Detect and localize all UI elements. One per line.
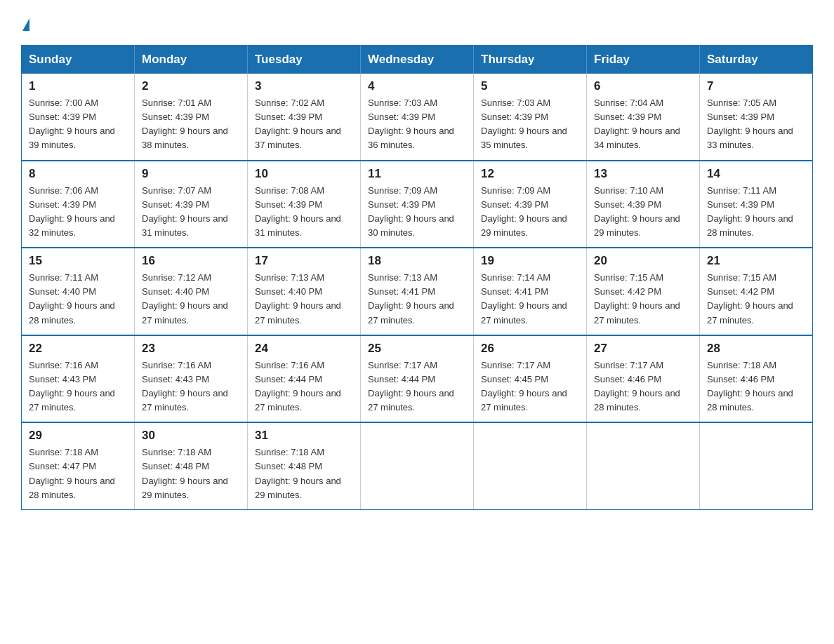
day-info: Sunrise: 7:16 AMSunset: 4:43 PMDaylight:… <box>142 360 228 412</box>
day-number: 10 <box>255 167 353 181</box>
week-row-2: 8 Sunrise: 7:06 AMSunset: 4:39 PMDayligh… <box>22 161 813 248</box>
day-number: 7 <box>707 79 805 93</box>
day-number: 29 <box>29 429 127 443</box>
day-number: 18 <box>368 254 466 268</box>
day-info: Sunrise: 7:18 AMSunset: 4:48 PMDaylight:… <box>142 447 228 499</box>
calendar-cell: 6 Sunrise: 7:04 AMSunset: 4:39 PMDayligh… <box>587 74 700 161</box>
day-number: 2 <box>142 79 240 93</box>
day-number: 16 <box>142 254 240 268</box>
day-info: Sunrise: 7:13 AMSunset: 4:40 PMDaylight:… <box>255 272 341 325</box>
day-number: 9 <box>142 167 240 181</box>
day-number: 8 <box>29 167 127 181</box>
calendar-cell: 31 Sunrise: 7:18 AMSunset: 4:48 PMDaylig… <box>248 422 361 509</box>
calendar-cell: 9 Sunrise: 7:07 AMSunset: 4:39 PMDayligh… <box>135 161 248 248</box>
day-number: 24 <box>255 342 353 356</box>
day-info: Sunrise: 7:09 AMSunset: 4:39 PMDaylight:… <box>481 185 567 238</box>
day-number: 20 <box>594 254 692 268</box>
day-info: Sunrise: 7:17 AMSunset: 4:46 PMDaylight:… <box>594 360 680 412</box>
calendar-cell: 18 Sunrise: 7:13 AMSunset: 4:41 PMDaylig… <box>361 248 474 335</box>
day-number: 27 <box>594 342 692 356</box>
calendar-cell: 28 Sunrise: 7:18 AMSunset: 4:46 PMDaylig… <box>700 335 813 423</box>
calendar-cell: 4 Sunrise: 7:03 AMSunset: 4:39 PMDayligh… <box>361 74 474 161</box>
day-number: 14 <box>707 167 805 181</box>
calendar-body: 1 Sunrise: 7:00 AMSunset: 4:39 PMDayligh… <box>22 74 813 509</box>
day-number: 1 <box>29 79 127 93</box>
calendar-cell: 27 Sunrise: 7:17 AMSunset: 4:46 PMDaylig… <box>587 335 700 423</box>
calendar-cell: 13 Sunrise: 7:10 AMSunset: 4:39 PMDaylig… <box>587 161 700 248</box>
day-info: Sunrise: 7:04 AMSunset: 4:39 PMDaylight:… <box>594 98 680 150</box>
calendar-cell: 26 Sunrise: 7:17 AMSunset: 4:45 PMDaylig… <box>474 335 587 423</box>
day-info: Sunrise: 7:15 AMSunset: 4:42 PMDaylight:… <box>707 272 793 325</box>
weekday-header-sunday: Sunday <box>22 46 135 74</box>
day-info: Sunrise: 7:08 AMSunset: 4:39 PMDaylight:… <box>255 185 341 238</box>
calendar-cell: 19 Sunrise: 7:14 AMSunset: 4:41 PMDaylig… <box>474 248 587 335</box>
calendar-cell: 25 Sunrise: 7:17 AMSunset: 4:44 PMDaylig… <box>361 335 474 423</box>
weekday-header-row: SundayMondayTuesdayWednesdayThursdayFrid… <box>22 46 813 74</box>
weekday-header-tuesday: Tuesday <box>248 46 361 74</box>
day-info: Sunrise: 7:18 AMSunset: 4:46 PMDaylight:… <box>707 360 793 412</box>
day-info: Sunrise: 7:01 AMSunset: 4:39 PMDaylight:… <box>142 98 228 150</box>
day-number: 3 <box>255 79 353 93</box>
day-number: 25 <box>368 342 466 356</box>
day-info: Sunrise: 7:18 AMSunset: 4:47 PMDaylight:… <box>29 447 115 499</box>
day-info: Sunrise: 7:11 AMSunset: 4:40 PMDaylight:… <box>29 272 115 325</box>
calendar-cell <box>587 422 700 509</box>
day-number: 17 <box>255 254 353 268</box>
day-info: Sunrise: 7:11 AMSunset: 4:39 PMDaylight:… <box>707 185 793 238</box>
day-number: 12 <box>481 167 579 181</box>
calendar-cell: 11 Sunrise: 7:09 AMSunset: 4:39 PMDaylig… <box>361 161 474 248</box>
day-info: Sunrise: 7:17 AMSunset: 4:45 PMDaylight:… <box>481 360 567 412</box>
calendar-cell: 14 Sunrise: 7:11 AMSunset: 4:39 PMDaylig… <box>700 161 813 248</box>
logo-triangle-icon <box>22 18 29 31</box>
calendar-cell <box>700 422 813 509</box>
day-number: 23 <box>142 342 240 356</box>
day-info: Sunrise: 7:10 AMSunset: 4:39 PMDaylight:… <box>594 185 680 238</box>
calendar-table: SundayMondayTuesdayWednesdayThursdayFrid… <box>21 45 813 510</box>
day-info: Sunrise: 7:02 AMSunset: 4:39 PMDaylight:… <box>255 98 341 150</box>
weekday-header-friday: Friday <box>587 46 700 74</box>
calendar-cell: 23 Sunrise: 7:16 AMSunset: 4:43 PMDaylig… <box>135 335 248 423</box>
day-info: Sunrise: 7:15 AMSunset: 4:42 PMDaylight:… <box>594 272 680 325</box>
week-row-1: 1 Sunrise: 7:00 AMSunset: 4:39 PMDayligh… <box>22 74 813 161</box>
day-number: 21 <box>707 254 805 268</box>
calendar-cell: 29 Sunrise: 7:18 AMSunset: 4:47 PMDaylig… <box>22 422 135 509</box>
day-info: Sunrise: 7:03 AMSunset: 4:39 PMDaylight:… <box>481 98 567 150</box>
day-number: 19 <box>481 254 579 268</box>
calendar-cell: 15 Sunrise: 7:11 AMSunset: 4:40 PMDaylig… <box>22 248 135 335</box>
day-info: Sunrise: 7:03 AMSunset: 4:39 PMDaylight:… <box>368 98 454 150</box>
day-info: Sunrise: 7:16 AMSunset: 4:44 PMDaylight:… <box>255 360 341 412</box>
day-number: 26 <box>481 342 579 356</box>
calendar-cell: 1 Sunrise: 7:00 AMSunset: 4:39 PMDayligh… <box>22 74 135 161</box>
day-number: 5 <box>481 79 579 93</box>
day-info: Sunrise: 7:00 AMSunset: 4:39 PMDaylight:… <box>29 98 115 150</box>
weekday-header-saturday: Saturday <box>700 46 813 74</box>
day-number: 28 <box>707 342 805 356</box>
day-info: Sunrise: 7:18 AMSunset: 4:48 PMDaylight:… <box>255 447 341 499</box>
day-info: Sunrise: 7:09 AMSunset: 4:39 PMDaylight:… <box>368 185 454 238</box>
day-info: Sunrise: 7:13 AMSunset: 4:41 PMDaylight:… <box>368 272 454 325</box>
calendar-cell: 3 Sunrise: 7:02 AMSunset: 4:39 PMDayligh… <box>248 74 361 161</box>
calendar-cell: 17 Sunrise: 7:13 AMSunset: 4:40 PMDaylig… <box>248 248 361 335</box>
weekday-header-thursday: Thursday <box>474 46 587 74</box>
calendar-cell: 2 Sunrise: 7:01 AMSunset: 4:39 PMDayligh… <box>135 74 248 161</box>
calendar-cell: 30 Sunrise: 7:18 AMSunset: 4:48 PMDaylig… <box>135 422 248 509</box>
day-info: Sunrise: 7:14 AMSunset: 4:41 PMDaylight:… <box>481 272 567 325</box>
calendar-cell <box>361 422 474 509</box>
week-row-5: 29 Sunrise: 7:18 AMSunset: 4:47 PMDaylig… <box>22 422 813 509</box>
calendar-cell: 24 Sunrise: 7:16 AMSunset: 4:44 PMDaylig… <box>248 335 361 423</box>
day-number: 4 <box>368 79 466 93</box>
day-number: 11 <box>368 167 466 181</box>
day-info: Sunrise: 7:06 AMSunset: 4:39 PMDaylight:… <box>29 185 115 238</box>
calendar-cell: 7 Sunrise: 7:05 AMSunset: 4:39 PMDayligh… <box>700 74 813 161</box>
weekday-header-monday: Monday <box>135 46 248 74</box>
day-number: 13 <box>594 167 692 181</box>
calendar-cell: 5 Sunrise: 7:03 AMSunset: 4:39 PMDayligh… <box>474 74 587 161</box>
calendar-cell: 21 Sunrise: 7:15 AMSunset: 4:42 PMDaylig… <box>700 248 813 335</box>
calendar-cell: 12 Sunrise: 7:09 AMSunset: 4:39 PMDaylig… <box>474 161 587 248</box>
day-number: 22 <box>29 342 127 356</box>
day-number: 6 <box>594 79 692 93</box>
weekday-header-wednesday: Wednesday <box>361 46 474 74</box>
day-info: Sunrise: 7:05 AMSunset: 4:39 PMDaylight:… <box>707 98 793 150</box>
calendar-cell: 16 Sunrise: 7:12 AMSunset: 4:40 PMDaylig… <box>135 248 248 335</box>
calendar-cell: 20 Sunrise: 7:15 AMSunset: 4:42 PMDaylig… <box>587 248 700 335</box>
